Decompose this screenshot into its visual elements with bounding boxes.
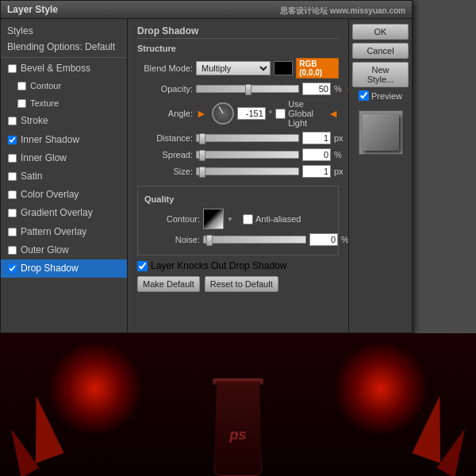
make-default-button[interactable]: Make Default	[137, 276, 200, 292]
dialog-body: Styles Blending Options: Default Bevel &…	[1, 19, 412, 332]
reset-default-button[interactable]: Reset to Default	[205, 276, 278, 292]
preview-text: Preview	[371, 91, 402, 101]
spread-unit: %	[334, 150, 342, 159]
sidebar-item-inner-glow[interactable]: Inner Glow	[1, 149, 127, 167]
angle-arrow-right: ◄	[328, 107, 339, 120]
noise-label: Noise:	[144, 235, 200, 244]
preview-inner	[363, 114, 399, 151]
global-light-text: Use Global Light	[288, 99, 324, 128]
scene-content: ps	[0, 333, 476, 476]
distance-row: Distance: px ◄	[137, 132, 339, 144]
dial-line	[218, 106, 223, 113]
layer-style-dialog: Layer Style 思客设计论坛 www.missyuan.com Styl…	[0, 0, 413, 333]
watermark: 思客设计论坛 www.missyuan.com	[280, 6, 405, 17]
cup-container: ps	[206, 365, 270, 476]
size-row: Size: px ◄	[137, 165, 339, 178]
preview-checkbox[interactable]	[359, 90, 369, 101]
contour-thumbnail[interactable]	[203, 209, 224, 229]
anti-aliased-checkbox[interactable]	[243, 214, 253, 225]
contour-row: Contour: ▼ Anti-aliased	[144, 209, 332, 229]
drop-shadow-checkbox[interactable]	[8, 264, 17, 273]
spread-slider-thumb[interactable]	[199, 150, 205, 161]
outer-glow-label: Outer Glow	[21, 243, 69, 258]
distance-unit: px	[334, 133, 344, 143]
bottom-scene: ps	[0, 333, 476, 476]
opacity-slider-thumb[interactable]	[245, 84, 251, 95]
quality-subheader: Quality	[144, 194, 332, 204]
blend-mode-select[interactable]: Multiply Normal Screen Overlay	[196, 61, 271, 75]
use-global-light-checkbox[interactable]	[275, 109, 286, 119]
button-panel: OK Cancel New Style... Preview	[348, 19, 412, 332]
satin-label: Satin	[21, 169, 42, 184]
distance-label: Distance:	[137, 133, 193, 143]
contour-checkbox[interactable]	[17, 82, 26, 90]
degree-symbol: °	[269, 109, 272, 118]
satin-checkbox[interactable]	[8, 172, 17, 181]
cup-ps-text: ps	[229, 427, 246, 443]
bevel-label: Bevel & Emboss	[21, 61, 90, 76]
sidebar-item-gradient-overlay[interactable]: Gradient Overlay	[1, 204, 127, 222]
anti-aliased-label[interactable]: Anti-aliased	[243, 214, 301, 225]
opacity-label: Opacity:	[137, 84, 193, 94]
opacity-row: Opacity: % ◄	[137, 83, 339, 95]
inner-shadow-checkbox[interactable]	[8, 136, 17, 144]
preview-label[interactable]: Preview	[352, 90, 409, 101]
distance-slider-track[interactable]	[196, 134, 299, 142]
sidebar-item-satin[interactable]: Satin	[1, 167, 127, 186]
preview-box	[359, 110, 403, 155]
distance-slider-thumb[interactable]	[199, 133, 205, 144]
pattern-overlay-checkbox[interactable]	[8, 228, 17, 236]
blending-options-item[interactable]: Blending Options: Default	[1, 40, 127, 58]
noise-input[interactable]	[309, 233, 338, 246]
opacity-input[interactable]	[302, 83, 331, 95]
sidebar-item-stroke[interactable]: Stroke	[1, 112, 127, 130]
sidebar-item-texture[interactable]: Texture	[1, 95, 127, 113]
texture-checkbox[interactable]	[17, 99, 26, 108]
drop-shadow-section-title: Drop Shadow	[137, 25, 339, 39]
size-input[interactable]	[302, 165, 331, 178]
stroke-checkbox[interactable]	[8, 117, 17, 125]
new-style-button[interactable]: New Style...	[352, 62, 409, 87]
outer-glow-checkbox[interactable]	[8, 246, 17, 255]
cancel-button[interactable]: Cancel	[352, 43, 409, 59]
sidebar-item-inner-shadow[interactable]: Inner Shadow	[1, 131, 127, 149]
sidebar-item-contour[interactable]: Contour	[1, 78, 127, 95]
gradient-overlay-checkbox[interactable]	[8, 209, 17, 217]
anti-aliased-text: Anti-aliased	[255, 214, 301, 224]
size-slider-thumb[interactable]	[199, 167, 205, 178]
left-panel: Styles Blending Options: Default Bevel &…	[1, 19, 128, 332]
noise-slider-track[interactable]	[203, 236, 306, 244]
contour-arrow-icon[interactable]: ▼	[227, 216, 233, 223]
sidebar-item-outer-glow[interactable]: Outer Glow	[1, 241, 127, 259]
right-panel: Drop Shadow Structure Blend Mode: Multip…	[128, 19, 348, 332]
styles-header: Styles	[1, 24, 127, 40]
stroke-label: Stroke	[21, 113, 48, 129]
distance-input[interactable]	[302, 132, 331, 144]
inner-glow-checkbox[interactable]	[8, 154, 17, 163]
size-unit: px	[334, 167, 344, 176]
noise-slider-thumb[interactable]	[206, 235, 213, 246]
bevel-checkbox[interactable]	[8, 64, 17, 73]
size-slider-track[interactable]	[196, 167, 299, 175]
color-value-label[interactable]: RGB (0,0,0)	[296, 58, 339, 79]
color-overlay-checkbox[interactable]	[8, 190, 17, 199]
noise-unit: %	[341, 235, 348, 244]
sidebar-item-bevel[interactable]: Bevel & Emboss	[1, 60, 127, 78]
opacity-slider-track[interactable]	[196, 85, 299, 93]
spread-label: Spread:	[137, 150, 193, 159]
angle-dial[interactable]	[212, 102, 234, 125]
opacity-unit: %	[334, 84, 342, 94]
noise-row: Noise: %	[144, 233, 332, 246]
spread-input[interactable]	[302, 148, 331, 161]
shadow-color-swatch[interactable]	[274, 61, 293, 75]
sidebar-item-drop-shadow[interactable]: Drop Shadow	[1, 259, 127, 278]
global-light-label[interactable]: Use Global Light	[275, 99, 324, 128]
gradient-overlay-label: Gradient Overlay	[21, 205, 93, 221]
title-bar: Layer Style 思客设计论坛 www.missyuan.com	[1, 1, 412, 19]
spread-slider-track[interactable]	[196, 151, 299, 159]
angle-input[interactable]	[237, 107, 266, 120]
sidebar-item-pattern-overlay[interactable]: Pattern Overlay	[1, 223, 127, 241]
ok-button[interactable]: OK	[352, 24, 409, 40]
layer-knocks-checkbox[interactable]	[137, 261, 148, 271]
sidebar-item-color-overlay[interactable]: Color Overlay	[1, 186, 127, 204]
